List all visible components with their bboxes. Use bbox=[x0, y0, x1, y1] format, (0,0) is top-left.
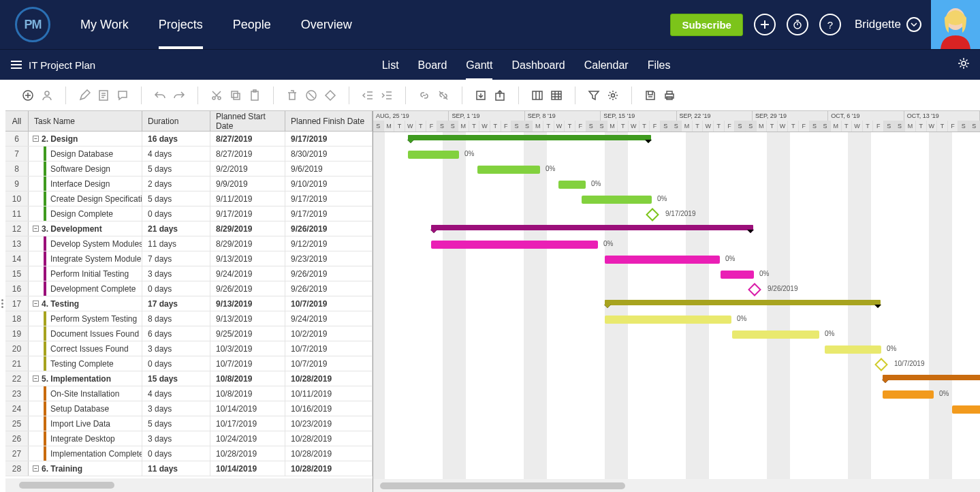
nav-people[interactable]: People bbox=[218, 0, 286, 49]
tab-dashboard[interactable]: Dashboard bbox=[511, 50, 565, 80]
table-row[interactable]: 9Interface Design2 days9/9/20199/10/2019 bbox=[5, 176, 373, 191]
table-row[interactable]: 28−6. Training11 days10/14/201910/28/201… bbox=[5, 461, 373, 476]
task-bar[interactable] bbox=[721, 271, 754, 279]
subscribe-button[interactable]: Subscribe bbox=[670, 14, 743, 36]
task-bar[interactable] bbox=[431, 241, 598, 249]
nav-my-work[interactable]: My Work bbox=[65, 0, 144, 49]
col-start[interactable]: Planned Start Date bbox=[210, 111, 285, 132]
task-bar[interactable] bbox=[558, 181, 586, 189]
tab-calendar[interactable]: Calendar bbox=[584, 50, 629, 80]
import-icon[interactable] bbox=[475, 89, 487, 102]
milestone-marker[interactable] bbox=[646, 208, 659, 221]
table-row[interactable]: 23On-Site Installation4 days10/8/201910/… bbox=[5, 386, 373, 401]
notes-icon[interactable] bbox=[97, 89, 110, 102]
task-bar[interactable] bbox=[952, 405, 980, 414]
table-row[interactable]: 11Design Complete0 days9/17/20199/17/201… bbox=[5, 206, 373, 221]
comment-icon[interactable] bbox=[116, 89, 129, 102]
grid-hscroll[interactable] bbox=[5, 478, 373, 492]
assign-icon[interactable] bbox=[41, 89, 53, 102]
milestone-marker[interactable] bbox=[874, 358, 888, 371]
collapse-icon[interactable]: − bbox=[33, 301, 39, 307]
col-task-name[interactable]: Task Name bbox=[29, 111, 142, 132]
outdent-icon[interactable] bbox=[362, 89, 374, 102]
grid-icon[interactable] bbox=[550, 89, 563, 102]
table-row[interactable]: 13Develop System Modules11 days8/29/2019… bbox=[5, 236, 373, 251]
table-row[interactable]: 15Perform Initial Testing3 days9/24/2019… bbox=[5, 266, 373, 281]
summary-bar[interactable] bbox=[605, 300, 881, 305]
table-row[interactable]: 20Correct Issues Found3 days10/3/201910/… bbox=[5, 341, 373, 356]
tab-files[interactable]: Files bbox=[648, 50, 671, 80]
gear-icon[interactable] bbox=[957, 57, 970, 73]
edit-icon[interactable] bbox=[78, 89, 91, 102]
summary-bar[interactable] bbox=[883, 375, 980, 380]
table-row[interactable]: 21Testing Complete0 days10/7/201910/7/20… bbox=[5, 356, 373, 371]
user-menu[interactable]: Bridgette bbox=[855, 17, 921, 32]
table-row[interactable]: 26Integrate Desktop3 days10/24/201910/28… bbox=[5, 431, 373, 446]
copy-icon[interactable] bbox=[230, 89, 242, 102]
collapse-icon[interactable]: − bbox=[33, 375, 39, 382]
settings-icon[interactable] bbox=[607, 89, 619, 102]
delete-icon[interactable] bbox=[286, 89, 298, 102]
add-task-icon[interactable] bbox=[22, 89, 34, 102]
col-all[interactable]: All bbox=[5, 111, 29, 132]
table-row[interactable]: 25Import Live Data5 days10/17/201910/23/… bbox=[5, 416, 373, 431]
table-row[interactable]: 14Integrate System Modules7 days9/13/201… bbox=[5, 251, 373, 266]
resize-handle[interactable] bbox=[0, 295, 5, 311]
collapse-icon[interactable]: − bbox=[33, 226, 39, 232]
columns-icon[interactable] bbox=[531, 89, 543, 102]
link-icon[interactable] bbox=[418, 89, 430, 102]
task-bar[interactable] bbox=[477, 166, 540, 174]
collapse-icon[interactable]: − bbox=[33, 465, 39, 472]
table-row[interactable]: 8Software Design5 days9/2/20199/6/2019 bbox=[5, 162, 373, 176]
table-row[interactable]: 18Perform System Testing8 days9/13/20199… bbox=[5, 311, 373, 326]
undo-icon[interactable] bbox=[154, 89, 166, 102]
task-bar[interactable] bbox=[883, 390, 934, 399]
tab-gantt[interactable]: Gantt bbox=[466, 50, 492, 80]
table-row[interactable]: 17−4. Testing17 days9/13/201910/7/2019 bbox=[5, 296, 373, 311]
task-bar[interactable] bbox=[605, 256, 720, 264]
day-label: T bbox=[543, 121, 554, 132]
table-row[interactable]: 22−5. Implementation15 days10/8/201910/2… bbox=[5, 371, 373, 386]
tab-list[interactable]: List bbox=[382, 50, 399, 80]
task-bar[interactable] bbox=[408, 151, 459, 159]
table-row[interactable]: 10Create Design Specifications5 days9/11… bbox=[5, 191, 373, 206]
save-icon[interactable] bbox=[644, 89, 657, 102]
task-bar[interactable] bbox=[605, 316, 731, 324]
task-bar[interactable] bbox=[582, 196, 652, 204]
task-bar[interactable] bbox=[732, 330, 819, 339]
clear-icon[interactable] bbox=[305, 89, 317, 102]
table-row[interactable]: 7Design Database4 days8/27/20198/30/2019 bbox=[5, 147, 373, 162]
tab-board[interactable]: Board bbox=[418, 50, 447, 80]
gantt-bars[interactable]: 0%0%0%0%9/17/20190%0%0%9/26/20190%0%0%10… bbox=[373, 132, 980, 479]
table-row[interactable]: 27Implementation Complete0 days10/28/201… bbox=[5, 446, 373, 461]
col-finish[interactable]: Planned Finish Date bbox=[285, 111, 373, 132]
indent-icon[interactable] bbox=[381, 89, 393, 102]
task-bar[interactable] bbox=[825, 345, 881, 354]
print-icon[interactable] bbox=[663, 89, 676, 102]
timer-icon[interactable] bbox=[787, 14, 808, 35]
paste-icon[interactable] bbox=[249, 89, 261, 102]
gantt-hscroll[interactable] bbox=[373, 479, 980, 492]
nav-overview[interactable]: Overview bbox=[286, 0, 367, 49]
export-icon[interactable] bbox=[494, 89, 506, 102]
filter-icon[interactable] bbox=[588, 89, 600, 102]
table-row[interactable]: 19Document Issues Found6 days9/25/201910… bbox=[5, 326, 373, 341]
table-row[interactable]: 16Development Complete0 days9/26/20199/2… bbox=[5, 281, 373, 296]
summary-bar[interactable] bbox=[431, 225, 753, 230]
unlink-icon[interactable] bbox=[437, 89, 449, 102]
summary-bar[interactable] bbox=[408, 135, 651, 140]
col-duration[interactable]: Duration bbox=[142, 111, 210, 132]
redo-icon[interactable] bbox=[173, 89, 185, 102]
table-row[interactable]: 12−3. Development21 days8/29/20199/26/20… bbox=[5, 221, 373, 236]
cut-icon[interactable] bbox=[210, 89, 223, 102]
milestone-marker[interactable] bbox=[748, 283, 761, 296]
table-row[interactable]: 6−2. Design16 days8/27/20199/17/2019 bbox=[5, 132, 373, 147]
milestone-icon[interactable] bbox=[324, 89, 336, 102]
nav-projects[interactable]: Projects bbox=[144, 0, 218, 49]
help-icon[interactable]: ? bbox=[819, 14, 841, 35]
add-icon[interactable] bbox=[754, 14, 776, 35]
avatar[interactable] bbox=[931, 0, 980, 49]
collapse-icon[interactable]: − bbox=[33, 136, 39, 142]
hamburger-icon[interactable] bbox=[11, 61, 22, 69]
table-row[interactable]: 24Setup Database3 days10/14/201910/16/20… bbox=[5, 401, 373, 416]
